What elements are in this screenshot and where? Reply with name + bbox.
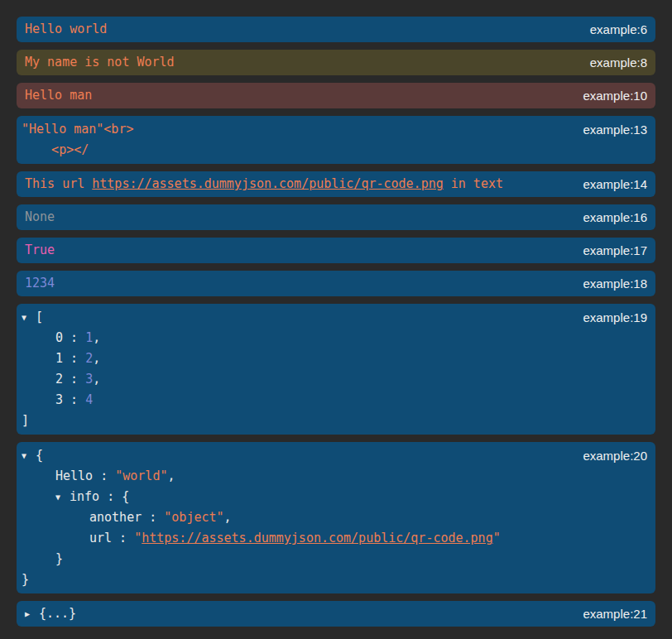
comma: , — [93, 351, 100, 366]
quote-mark: " — [134, 531, 142, 545]
entry-key: info — [70, 489, 99, 504]
item-key: 0 — [55, 330, 63, 345]
comma: , — [93, 330, 100, 345]
warn-message: My name is not World — [25, 54, 175, 71]
array-open-line: ▼[ — [22, 307, 647, 328]
log-message-line: <p></ — [22, 140, 647, 161]
source-label: example:10 — [583, 87, 647, 104]
collapsed-object-summary: ▶{...} — [25, 605, 76, 622]
array-close-line: ] — [22, 411, 647, 431]
console-log-panel: Hello world example:6 My name is not Wor… — [0, 0, 672, 639]
colon: : — [99, 489, 122, 504]
item-key: 3 — [55, 392, 63, 407]
colon: : — [93, 468, 115, 483]
object-row: example:20 ▼{ Hello : "world", ▼info : {… — [17, 442, 655, 593]
bool-value: True — [25, 242, 55, 259]
item-key: 1 — [55, 351, 63, 366]
object-close-brace: } — [55, 551, 63, 566]
source-label: example:6 — [590, 21, 647, 38]
item-value: 1 — [85, 330, 93, 345]
object-open-brace: { — [36, 448, 43, 463]
source-label: example:18 — [583, 275, 647, 292]
comma: , — [93, 372, 100, 387]
log-row: Hello world example:6 — [17, 17, 655, 42]
quote-mark: " — [493, 531, 501, 545]
collapse-caret-icon[interactable]: ▼ — [22, 445, 31, 466]
source-label: example:21 — [583, 605, 647, 622]
source-label: example:17 — [583, 242, 647, 259]
collapse-caret-icon[interactable]: ▼ — [55, 487, 65, 507]
array-row: example:19 ▼[ 0 : 1, 1 : 2, 2 : 3, 3 : 4… — [17, 304, 655, 435]
entry-key: another — [89, 510, 142, 525]
entry-key: url — [89, 531, 112, 545]
colon: : — [142, 510, 164, 525]
entry-key: Hello — [55, 468, 93, 483]
collapsed-object-row[interactable]: ▶{...} example:21 — [17, 601, 655, 627]
log-row-multiline: example:13 "Hello man"<br> <p></ — [17, 116, 655, 164]
entry-string-value: "world" — [115, 468, 167, 483]
source-label: example:8 — [590, 54, 647, 71]
object-entry-url: url : "https://assets.dummyjson.com/publ… — [22, 528, 647, 549]
colon: : — [63, 392, 85, 407]
link-prefix-text: This url — [25, 176, 92, 191]
colon: : — [63, 330, 85, 345]
source-label: example:16 — [583, 209, 647, 226]
array-item: 1 : 2, — [22, 348, 647, 369]
item-value: 2 — [85, 351, 93, 366]
object-close-brace: } — [22, 572, 29, 587]
object-nested-close-line: } — [22, 549, 647, 569]
colon: : — [63, 351, 85, 366]
log-message-line: "Hello man"<br> — [22, 119, 647, 140]
log-row-link: This url https://assets.dummyjson.com/pu… — [17, 171, 655, 197]
entry-string-value: "object" — [164, 510, 223, 525]
comma: , — [167, 468, 175, 483]
log-message: Hello world — [25, 21, 107, 38]
item-value: 4 — [85, 392, 93, 407]
object-open-brace: { — [122, 489, 129, 504]
item-value: 3 — [85, 372, 93, 387]
none-value: None — [25, 209, 55, 226]
source-label: example:20 — [583, 447, 647, 464]
object-entry: Hello : "world", — [22, 466, 647, 487]
colon: : — [63, 372, 85, 387]
collapsed-object-text: {...} — [39, 605, 76, 622]
expand-caret-icon[interactable]: ▶ — [25, 605, 35, 622]
error-message: Hello man — [25, 87, 92, 104]
colon: : — [112, 531, 134, 545]
source-label: example:14 — [583, 175, 647, 193]
array-item: 2 : 3, — [22, 369, 647, 390]
source-label: example:13 — [583, 121, 647, 138]
array-item: 3 : 4 — [22, 390, 647, 411]
bool-row: True example:17 — [17, 238, 655, 263]
url-link[interactable]: https://assets.dummyjson.com/public/qr-c… — [92, 176, 443, 191]
array-item: 0 : 1, — [22, 328, 647, 348]
object-entry: another : "object", — [22, 507, 647, 528]
error-row: Hello man example:10 — [17, 83, 655, 108]
number-value: 1234 — [25, 275, 55, 292]
number-row: 1234 example:18 — [17, 271, 655, 296]
object-close-line: } — [22, 569, 647, 590]
log-message: This url https://assets.dummyjson.com/pu… — [25, 175, 503, 193]
link-suffix-text: in text — [444, 176, 503, 191]
warn-row: My name is not World example:8 — [17, 50, 655, 75]
none-row: None example:16 — [17, 204, 655, 230]
array-open-bracket: [ — [36, 310, 43, 324]
item-key: 2 — [55, 372, 63, 387]
source-label: example:19 — [583, 309, 647, 326]
comma: , — [224, 510, 232, 525]
object-open-line: ▼{ — [22, 445, 647, 466]
collapse-caret-icon[interactable]: ▼ — [22, 307, 31, 328]
array-close-bracket: ] — [22, 413, 29, 428]
url-link[interactable]: https://assets.dummyjson.com/public/qr-c… — [142, 531, 492, 545]
object-nested-open-line: ▼info : { — [22, 487, 647, 507]
